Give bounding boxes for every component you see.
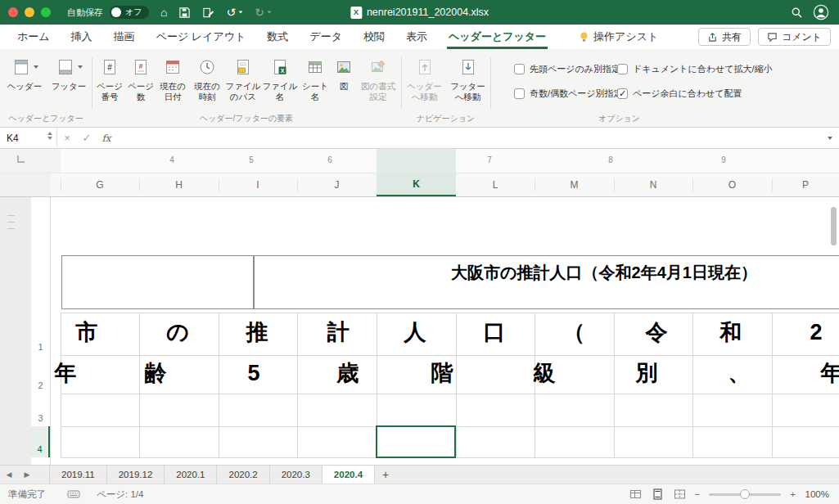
comment-icon <box>767 32 778 43</box>
row-header-2[interactable]: 2 <box>31 355 50 394</box>
goto-header-button[interactable]: ヘッダーへ移動 <box>403 52 446 115</box>
column-header-L[interactable]: L <box>456 173 535 196</box>
group-elements: # ページ番号 # ページ数 現在の日付 現在の時刻 ファイルのパス X ファ <box>93 52 401 115</box>
vertical-scrollbar-thumb[interactable] <box>831 207 837 245</box>
zoom-level[interactable]: 100% <box>805 489 829 499</box>
column-header-H[interactable]: H <box>139 173 219 196</box>
column-header-N[interactable]: N <box>614 173 692 196</box>
checkbox-unchecked[interactable] <box>514 64 525 74</box>
sheet-name-button[interactable]: シート名 <box>298 52 332 115</box>
page-layout-view-icon[interactable] <box>652 488 664 500</box>
header-left-section[interactable] <box>61 255 254 309</box>
select-all-corner[interactable] <box>0 173 51 196</box>
save-icon[interactable] <box>178 7 191 19</box>
column-header-K[interactable]: K <box>377 173 456 196</box>
ribbon-tab-view[interactable]: 表示 <box>395 25 438 49</box>
quick-edit-icon[interactable] <box>202 7 214 19</box>
keyboard-status-icon <box>67 488 80 500</box>
zoom-slider-thumb[interactable] <box>740 489 750 499</box>
name-box[interactable]: K4 <box>0 128 57 148</box>
insert-function-button[interactable]: fx <box>97 128 116 148</box>
cancel-entry-button[interactable]: × <box>57 128 77 148</box>
sheet-tab-2020-1[interactable]: 2020.1 <box>165 466 217 484</box>
redo-chevron-icon[interactable] <box>268 11 272 13</box>
page-number-button[interactable]: # ページ番号 <box>93 52 126 115</box>
ribbon-tab-home[interactable]: ホーム <box>7 25 61 49</box>
zoom-out-button[interactable]: − <box>695 489 701 499</box>
file-path-button[interactable]: ファイルのパス <box>224 52 262 115</box>
home-icon[interactable]: ⌂ <box>160 7 167 18</box>
option-different-first-page[interactable]: 先頭ページのみ別指定 <box>514 63 620 75</box>
cell-text: 市 <box>76 320 98 344</box>
minimize-window-button[interactable] <box>25 7 34 17</box>
header-center-section[interactable]: 大阪市の推計人口（令和2年4月1日現在） <box>254 255 839 309</box>
search-icon[interactable] <box>791 0 803 25</box>
column-header-G[interactable]: G <box>61 173 139 196</box>
formula-input[interactable] <box>116 128 821 148</box>
confirm-entry-button[interactable]: ✓ <box>77 128 97 148</box>
sheet-tab-2020-3[interactable]: 2020.3 <box>270 466 323 484</box>
page-count-button[interactable]: # ページ数 <box>126 52 156 115</box>
checkbox-checked[interactable]: ✓ <box>617 88 628 99</box>
share-button[interactable]: 共有 <box>698 28 751 46</box>
sheet-tab-2020-4[interactable]: 2020.4 <box>323 466 375 484</box>
zoom-in-button[interactable]: + <box>790 489 796 499</box>
page-break-view-icon[interactable] <box>674 488 686 500</box>
file-name-icon: X <box>270 57 290 77</box>
row-header-3[interactable]: 3 <box>31 394 50 426</box>
option-align-with-margins[interactable]: ✓ ページ余白に合わせて配置 <box>617 88 742 100</box>
comments-button[interactable]: コメント <box>758 28 831 46</box>
ribbon-tab-header-footer[interactable]: ヘッダーとフッター <box>438 25 557 49</box>
goto-footer-button[interactable]: フッターへ移動 <box>446 52 489 115</box>
checkbox-unchecked[interactable] <box>514 88 525 99</box>
ribbon-tab-data[interactable]: データ <box>299 25 353 49</box>
sheet-tab-2019-11[interactable]: 2019.11 <box>49 466 107 484</box>
toggle-knob <box>111 7 121 17</box>
row-header-1[interactable]: 1 <box>31 313 50 355</box>
checkbox-unchecked[interactable] <box>617 64 628 74</box>
file-name-button[interactable]: X ファイル名 <box>262 52 298 115</box>
add-sheet-button[interactable]: + <box>375 466 396 484</box>
picture-button[interactable]: 図 <box>332 52 355 115</box>
sheet-tab-next-icon[interactable]: ▶ <box>18 466 36 484</box>
ribbon-tab-page-layout[interactable]: ページ レイアウト <box>146 25 257 49</box>
ribbon-tab-review[interactable]: 校閲 <box>353 25 395 49</box>
account-avatar[interactable] <box>813 0 829 25</box>
normal-view-icon[interactable] <box>629 488 642 500</box>
redo-icon[interactable]: ↻ <box>255 7 264 18</box>
sheet-tab-prev-icon[interactable]: ◀ <box>0 466 18 484</box>
column-header-M[interactable]: M <box>535 173 614 196</box>
option-scale-with-document[interactable]: ドキュメントに合わせて拡大/縮小 <box>617 63 773 75</box>
ribbon-tab-insert[interactable]: 挿入 <box>61 25 103 49</box>
column-header-P[interactable]: P <box>772 173 839 196</box>
formula-bar-expand-icon[interactable] <box>821 128 839 148</box>
close-window-button[interactable] <box>8 7 18 17</box>
current-time-button[interactable]: 現在の時刻 <box>190 52 224 115</box>
fullscreen-window-button[interactable] <box>41 7 51 17</box>
format-picture-button[interactable]: 図の書式設定 <box>355 52 401 115</box>
zoom-slider[interactable] <box>709 493 781 496</box>
sheet-tab-2020-2[interactable]: 2020.2 <box>217 466 269 484</box>
option-label: ドキュメントに合わせて拡大/縮小 <box>633 63 773 75</box>
vertical-ruler[interactable] <box>0 197 31 465</box>
column-separator <box>535 178 535 191</box>
undo-chevron-icon[interactable] <box>239 11 243 13</box>
undo-icon[interactable]: ↺ <box>226 7 236 18</box>
name-box-stepper[interactable] <box>47 132 52 140</box>
column-header-J[interactable]: J <box>297 173 377 196</box>
sheet-tab-2019-12[interactable]: 2019.12 <box>107 466 165 484</box>
ribbon-tab-assist[interactable]: 操作アシスト <box>568 25 669 49</box>
selected-cell-outline[interactable] <box>376 425 456 458</box>
column-header-O[interactable]: O <box>692 173 772 196</box>
row-header-4[interactable]: 4 <box>31 426 50 457</box>
current-date-button[interactable]: 現在の日付 <box>156 52 190 115</box>
ribbon-tab-draw[interactable]: 描画 <box>103 25 146 49</box>
footer-button[interactable]: フッター <box>47 52 91 115</box>
header-button[interactable]: ヘッダー <box>2 52 47 115</box>
horizontal-ruler[interactable]: 4 5 6 7 8 9 <box>0 149 839 173</box>
sheet-canvas[interactable]: 1 2 3 4 大阪市の推計人口（令和2年4月1日現在） 市 の 推 計 人 口… <box>0 197 839 465</box>
option-different-odd-even[interactable]: 奇数/偶数ページ別指定 <box>514 88 623 100</box>
autosave-toggle[interactable]: オフ <box>110 6 149 19</box>
column-header-I[interactable]: I <box>219 173 297 196</box>
ribbon-tab-formulas[interactable]: 数式 <box>256 25 299 49</box>
